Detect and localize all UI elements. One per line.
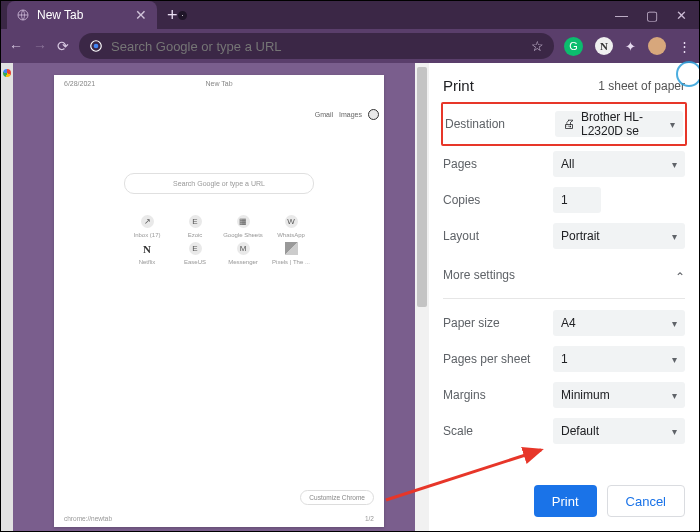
address-bar[interactable]: ☆ [79,33,554,59]
chevron-down-icon: ▾ [672,231,677,242]
profile-avatar[interactable] [648,37,666,55]
shortcut-icon: E [189,242,202,255]
preview-customize-chip: Customize Chrome [300,490,374,505]
preview-shortcut: WWhatsApp [269,215,313,238]
layout-select[interactable]: Portrait ▾ [553,223,685,249]
preview-shortcuts-grid: ↗Inbox (17)EEzoic▦Google SheetsWWhatsApp… [125,215,313,265]
shortcut-icon [285,242,298,255]
print-button[interactable]: Print [534,485,597,517]
layout-label: Layout [443,229,553,243]
destination-label: Destination [445,117,555,131]
extensions-area: G N ✦ ⋮ [564,37,691,56]
extension-notion-icon[interactable]: N [595,37,613,55]
destination-select[interactable]: 🖨 Brother HL-L2320D se ▾ [555,111,683,137]
dialog-footer: Print Cancel [429,473,699,531]
cancel-button[interactable]: Cancel [607,485,685,517]
preview-page[interactable]: 6/28/2021 New Tab Gmail Images Search Go… [54,75,384,527]
print-dialog: Print 1 sheet of paper Destination 🖨 Bro… [415,63,699,531]
margins-label: Margins [443,388,553,402]
window-close-button[interactable]: ✕ [676,8,687,23]
destination-highlight: Destination 🖨 Brother HL-L2320D se ▾ [441,102,687,146]
pages-select[interactable]: All ▾ [553,151,685,177]
scale-value: Default [561,424,599,438]
preview-header-title: New Tab [54,80,384,87]
shortcut-label: Messenger [228,259,258,265]
margins-select[interactable]: Minimum ▾ [553,382,685,408]
address-input[interactable] [111,39,523,54]
tab-title: New Tab [37,8,83,22]
destination-value: Brother HL-L2320D se [581,110,670,138]
window-controls: — ▢ ✕ [615,1,699,29]
printer-icon: 🖨 [563,117,575,131]
print-preview-pane: 6/28/2021 New Tab Gmail Images Search Go… [1,63,415,531]
preview-footer-url: chrome://newtab [64,515,112,522]
new-tab-button[interactable]: + [167,5,178,26]
bookmark-star-icon[interactable]: ☆ [531,38,544,54]
preview-frame: 6/28/2021 New Tab Gmail Images Search Go… [54,75,384,527]
preview-gmail-link: Gmail [315,111,333,118]
window-titlebar: New Tab ✕ + — ▢ ✕ [1,1,699,29]
bookmarks-bar [1,63,13,531]
shortcut-icon: W [285,215,298,228]
shortcut-icon: M [237,242,250,255]
scrollbar-thumb[interactable] [417,67,427,307]
shortcut-icon: ↗ [141,215,154,228]
preview-shortcut: EEaseUS [173,242,217,265]
shortcut-label: Netflix [139,259,156,265]
reload-button[interactable]: ⟳ [57,38,69,54]
browser-tab[interactable]: New Tab ✕ [7,1,157,29]
recording-indicator-icon [178,11,187,20]
hint-ring-icon [676,61,700,87]
pps-value: 1 [561,352,568,366]
print-title: Print [443,77,474,94]
pps-label: Pages per sheet [443,352,553,366]
chrome-menu-icon[interactable]: ⋮ [678,39,691,54]
chevron-down-icon: ▾ [670,119,675,130]
preview-avatar-icon [368,109,379,120]
chevron-down-icon: ▾ [672,426,677,437]
preview-shortcut: Pixels | The ... [269,242,313,265]
preview-shortcut: ▦Google Sheets [221,215,265,238]
preview-images-link: Images [339,111,362,118]
shortcut-label: Pixels | The ... [272,259,310,265]
content-area: 6/28/2021 New Tab Gmail Images Search Go… [1,63,699,531]
preview-shortcut: ↗Inbox (17) [125,215,169,238]
sheet-count: 1 sheet of paper [598,79,685,93]
globe-icon [17,9,29,21]
copies-value: 1 [561,193,568,207]
preview-search-box: Search Google or type a URL [124,173,314,194]
pps-select[interactable]: 1 ▾ [553,346,685,372]
toolbar: ← → ⟳ ☆ G N ✦ ⋮ [1,29,699,63]
dialog-scrollbar[interactable] [415,63,429,531]
shortcut-label: WhatsApp [277,232,305,238]
preview-shortcut: NNetflix [125,242,169,265]
layout-value: Portrait [561,229,600,243]
margins-value: Minimum [561,388,610,402]
scale-label: Scale [443,424,553,438]
papersize-label: Paper size [443,316,553,330]
chevron-down-icon: ▾ [672,390,677,401]
more-settings-toggle[interactable]: More settings ⌃ [443,254,685,296]
divider [443,298,685,299]
scale-select[interactable]: Default ▾ [553,418,685,444]
extension-grammarly-icon[interactable]: G [564,37,583,56]
back-button[interactable]: ← [9,38,23,54]
chevron-down-icon: ▾ [672,318,677,329]
chevron-down-icon: ▾ [672,159,677,170]
maximize-button[interactable]: ▢ [646,8,658,23]
more-settings-label: More settings [443,268,515,282]
papersize-select[interactable]: A4 ▾ [553,310,685,336]
minimize-button[interactable]: — [615,8,628,23]
forward-button: → [33,38,47,54]
papersize-value: A4 [561,316,576,330]
tab-close-icon[interactable]: ✕ [135,8,147,22]
preview-shortcut: MMessenger [221,242,265,265]
extensions-menu-icon[interactable]: ✦ [625,39,636,54]
copies-input[interactable]: 1 [553,187,601,213]
pages-label: Pages [443,157,553,171]
chevron-up-icon: ⌃ [675,270,685,284]
shortcut-icon: E [189,215,202,228]
chevron-down-icon: ▾ [672,354,677,365]
pages-value: All [561,157,574,171]
shortcut-label: Ezoic [188,232,203,238]
